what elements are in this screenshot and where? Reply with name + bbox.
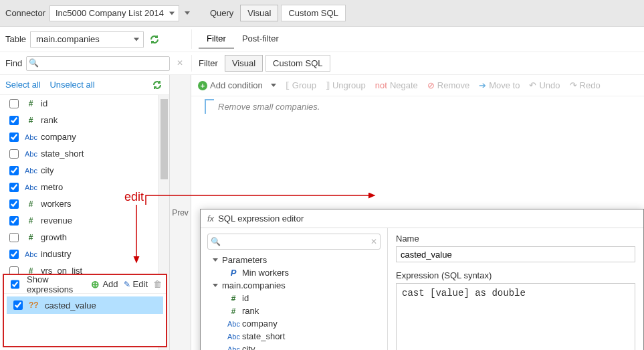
tree-main-companies[interactable]: main.companies	[207, 279, 381, 292]
field-checkbox[interactable]	[9, 233, 19, 242]
ungroup-button[interactable]: ⟧Ungroup	[326, 80, 366, 90]
field-checkbox[interactable]	[9, 216, 19, 226]
connector-combo[interactable]: Inc5000 Company List 2014	[49, 5, 179, 21]
negate-button[interactable]: notNegate	[375, 80, 418, 90]
remove-button[interactable]: ⊘Remove	[427, 80, 469, 90]
field-checkbox[interactable]	[9, 149, 19, 159]
field-checkbox[interactable]	[9, 133, 19, 142]
field-id[interactable]: #id	[0, 95, 169, 112]
field-label: company	[41, 132, 76, 142]
field-industry[interactable]: Abcindustry	[0, 246, 169, 262]
field-workers[interactable]: #workers	[0, 195, 169, 212]
unselect-all-link[interactable]: Unselect all	[49, 80, 94, 90]
find-input[interactable]	[26, 56, 170, 71]
clear-icon[interactable]: ✕	[177, 58, 183, 68]
text-type-icon: Abc	[25, 250, 37, 258]
field-label: rank	[41, 115, 58, 125]
number-type-icon: #	[25, 216, 37, 226]
text-type-icon: Abc	[227, 333, 239, 341]
condition-area: Remove small companies.	[191, 96, 644, 117]
tree-field-company[interactable]: Abccompany	[207, 317, 381, 330]
field-growth[interactable]: #growth	[0, 229, 169, 246]
search-icon: 🔍	[29, 58, 39, 68]
moveto-button[interactable]: ➔Move to	[479, 80, 520, 90]
field-rank[interactable]: #rank	[0, 112, 169, 128]
refresh-icon[interactable]	[149, 34, 160, 45]
text-type-icon: Abc	[227, 345, 239, 351]
filter-label: Filter	[199, 58, 218, 68]
field-label: revenue	[41, 215, 72, 226]
field-metro[interactable]: Abcmetro	[0, 179, 169, 195]
text-type-icon: Abc	[227, 320, 239, 328]
redo-button[interactable]: ↷Redo	[570, 80, 601, 90]
field-label: industry	[41, 249, 72, 259]
field-city[interactable]: Abccity	[0, 162, 169, 179]
connector-menu-arrow[interactable]	[185, 11, 190, 15]
expr-label: Expression (SQL syntax)	[396, 270, 635, 280]
filter-customsql-button[interactable]: Custom SQL	[265, 55, 330, 72]
field-revenue[interactable]: #revenue	[0, 212, 169, 229]
field-label: workers	[41, 199, 72, 209]
filter-tab[interactable]: Filter	[199, 29, 234, 49]
editor-title: SQL expression editor	[218, 213, 304, 224]
field-checkbox[interactable]	[9, 166, 19, 175]
field-state_short[interactable]: Abcstate_short	[0, 145, 169, 162]
chevron-down-icon	[213, 258, 218, 262]
expression-name-input[interactable]	[396, 246, 635, 262]
filter-toolbar: + Add condition ⟦Group ⟧Ungroup notNegat…	[191, 75, 644, 96]
field-checkbox[interactable]	[9, 183, 19, 192]
clear-icon[interactable]: ✕	[370, 237, 377, 246]
fx-icon: fx	[207, 213, 214, 224]
tree-param-min-workers[interactable]: P Min workers	[207, 266, 381, 279]
chevron-down-icon	[213, 284, 218, 287]
connector-label: Connector	[5, 8, 45, 18]
filter-visual-button[interactable]: Visual	[225, 55, 263, 72]
expression-checkbox[interactable]	[13, 300, 23, 310]
tree-parameters[interactable]: Parameters	[207, 254, 381, 266]
field-checkbox[interactable]	[9, 199, 19, 209]
param-icon: P	[227, 268, 239, 278]
expression-name: casted_value	[45, 300, 96, 311]
add-expression-button[interactable]: ⊕Add	[91, 278, 118, 290]
tree-field-city[interactable]: Abccity	[207, 343, 381, 350]
field-label: growth	[41, 232, 67, 242]
number-type-icon: #	[25, 99, 37, 108]
show-expressions-checkbox[interactable]	[11, 280, 19, 289]
text-type-icon: Abc	[25, 150, 37, 158]
postfilter-tab[interactable]: Post-filter	[234, 29, 287, 49]
find-label: Find	[5, 58, 22, 68]
expression-textarea[interactable]: cast [value] as double	[396, 283, 635, 350]
select-all-link[interactable]: Select all	[5, 80, 41, 90]
refresh-fields-icon[interactable]	[152, 80, 163, 90]
tree-field-id[interactable]: #id	[207, 292, 381, 304]
connector-value: Inc5000 Company List 2014	[56, 8, 164, 18]
parameter-tree: Parameters P Min workers main.companies …	[207, 254, 381, 350]
plus-icon: +	[198, 81, 207, 90]
unknown-type-icon: ??	[29, 300, 41, 310]
table-label: Table	[5, 34, 26, 44]
edit-expression-button[interactable]: ✎Edit	[124, 279, 148, 289]
field-label: city	[41, 165, 54, 175]
field-checkbox[interactable]	[9, 116, 19, 125]
group-button[interactable]: ⟦Group	[286, 80, 316, 90]
field-checkbox[interactable]	[9, 99, 19, 108]
number-type-icon: #	[25, 116, 37, 125]
delete-expression-button[interactable]: 🗑	[153, 279, 162, 289]
preview-strip[interactable]: Prev	[170, 75, 191, 350]
editor-search[interactable]: 🔍 ✕	[207, 234, 381, 250]
expressions-panel: Show expressions ⊕Add ✎Edit 🗑 ?? casted_…	[3, 274, 167, 347]
undo-button[interactable]: ↶Undo	[529, 80, 560, 90]
add-condition-button[interactable]: + Add condition	[198, 80, 276, 90]
table-combo[interactable]: main.companies	[30, 31, 144, 48]
top-toolbar: Connector Inc5000 Company List 2014 Quer…	[0, 0, 644, 27]
number-type-icon: #	[227, 294, 239, 303]
query-visual-button[interactable]: Visual	[240, 5, 278, 21]
tree-field-state_short[interactable]: Abcstate_short	[207, 330, 381, 343]
plus-icon: ⊕	[91, 278, 100, 290]
expression-item[interactable]: ?? casted_value	[7, 296, 163, 314]
query-customsql-button[interactable]: Custom SQL	[281, 5, 345, 21]
field-company[interactable]: Abccompany	[0, 128, 169, 145]
tree-field-rank[interactable]: #rank	[207, 304, 381, 317]
field-checkbox[interactable]	[9, 250, 19, 259]
show-expressions-label: Show expressions	[27, 274, 80, 294]
